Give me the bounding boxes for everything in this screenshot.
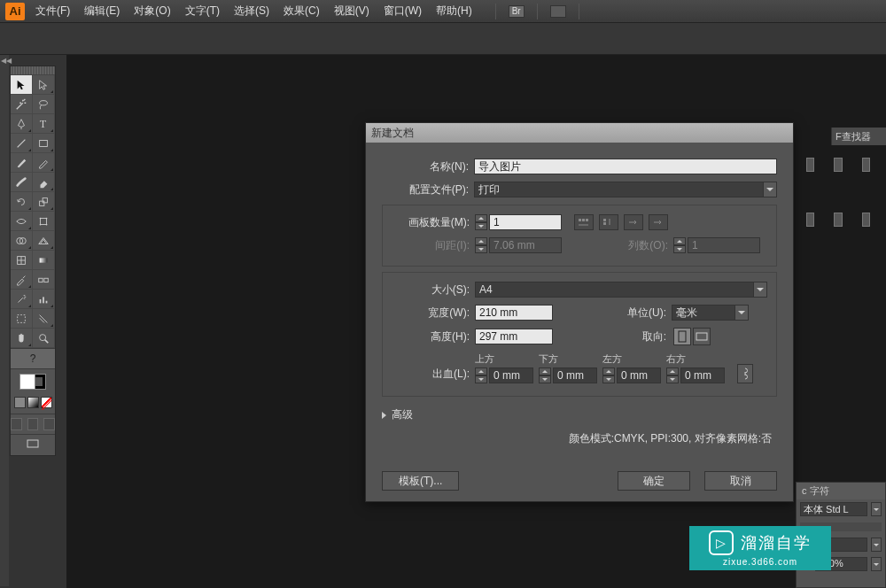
dropdown-arrow-icon[interactable]	[871, 502, 882, 516]
column-graph-tool[interactable]	[33, 290, 55, 309]
dropdown-arrow-icon[interactable]	[871, 557, 882, 571]
fill-swatch[interactable]	[19, 374, 35, 390]
color-mode-solid[interactable]	[14, 397, 26, 408]
direct-selection-tool[interactable]	[33, 75, 55, 95]
help-tool[interactable]: ?	[11, 349, 55, 368]
cancel-button[interactable]: 取消	[704, 471, 777, 491]
menu-effect[interactable]: 效果(C)	[284, 4, 320, 19]
align-left-icon[interactable]	[806, 158, 814, 172]
menu-view[interactable]: 视图(V)	[334, 4, 369, 19]
magic-wand-tool[interactable]	[11, 95, 33, 114]
blob-brush-tool[interactable]	[11, 173, 33, 192]
expand-handle-icon[interactable]: ◀◀	[1, 57, 12, 65]
arrange-right-icon[interactable]	[624, 214, 643, 230]
spacing-input	[489, 237, 562, 253]
units-select[interactable]: 毫米	[672, 305, 735, 321]
artboards-spinner[interactable]	[475, 214, 487, 230]
distribute-left-icon[interactable]	[806, 213, 814, 227]
blend-tool[interactable]	[33, 270, 55, 290]
menu-select[interactable]: 选择(S)	[234, 4, 269, 19]
color-mode-gradient[interactable]	[27, 397, 39, 408]
pen-tool[interactable]	[11, 114, 33, 134]
menu-type[interactable]: 文字(T)	[185, 4, 220, 19]
bleed-top-spinner[interactable]	[475, 368, 487, 383]
symbol-sprayer-tool[interactable]	[11, 290, 33, 309]
grid-by-column-icon[interactable]	[599, 214, 618, 230]
dropdown-arrow-icon[interactable]	[871, 538, 882, 552]
line-tool[interactable]	[11, 134, 33, 153]
finder-panel-tab[interactable]: F查找器	[831, 128, 886, 145]
advanced-toggle[interactable]: 高级	[382, 407, 777, 422]
paintbrush-tool[interactable]	[11, 153, 33, 173]
mesh-tool[interactable]	[11, 251, 33, 270]
fill-stroke-swatches[interactable]	[11, 369, 55, 394]
bleed-bottom-spinner[interactable]	[539, 368, 551, 383]
rectangle-tool[interactable]	[33, 134, 55, 153]
menu-window[interactable]: 窗口(W)	[384, 4, 422, 19]
templates-button[interactable]: 模板(T)...	[382, 471, 459, 491]
orientation-landscape-button[interactable]	[693, 328, 711, 345]
artboard-tool[interactable]	[11, 309, 33, 329]
arrange-docs-button[interactable]	[550, 5, 566, 18]
font-family-select[interactable]: 本体 Std L	[800, 502, 867, 516]
menu-object[interactable]: 对象(O)	[134, 4, 170, 19]
align-center-icon[interactable]	[834, 158, 842, 172]
svg-rect-28	[586, 219, 588, 221]
free-transform-tool[interactable]	[33, 212, 55, 231]
character-panel-title[interactable]: c 字符	[797, 483, 885, 499]
artboards-input[interactable]	[489, 214, 562, 230]
gradient-tool[interactable]	[33, 251, 55, 270]
menu-separator	[579, 4, 579, 19]
name-input[interactable]	[474, 159, 777, 174]
perspective-grid-tool[interactable]	[33, 231, 55, 251]
profile-select[interactable]: 打印	[474, 182, 764, 197]
lasso-tool[interactable]	[33, 95, 55, 114]
size-select[interactable]: A4	[475, 282, 754, 298]
rotate-tool[interactable]	[11, 192, 33, 212]
bleed-right-spinner[interactable]	[666, 368, 679, 383]
type-tool[interactable]: T	[33, 114, 55, 134]
hand-tool[interactable]	[11, 329, 33, 348]
color-mode-none[interactable]	[41, 397, 52, 408]
shape-builder-tool[interactable]	[11, 231, 33, 251]
slice-tool[interactable]	[33, 309, 55, 329]
dropdown-arrow-icon[interactable]	[734, 305, 749, 321]
align-right-icon[interactable]	[862, 158, 870, 172]
ok-button[interactable]: 确定	[618, 471, 690, 491]
scale-tool[interactable]	[33, 192, 55, 212]
columns-label: 列数(O):	[562, 238, 668, 253]
height-input[interactable]	[475, 329, 553, 344]
draw-normal-icon[interactable]	[11, 418, 22, 430]
bleed-right-input[interactable]	[680, 368, 725, 383]
arrange-down-icon[interactable]	[649, 214, 668, 230]
bleed-left-label: 左方	[602, 352, 622, 366]
eyedropper-tool[interactable]	[11, 270, 33, 290]
watermark-brand: 溜溜自学	[741, 532, 812, 553]
eraser-tool[interactable]	[33, 173, 55, 192]
bleed-bottom-input[interactable]	[553, 368, 597, 383]
distribute-center-icon[interactable]	[834, 213, 842, 227]
menu-help[interactable]: 帮助(H)	[436, 4, 472, 19]
bleed-left-spinner[interactable]	[602, 368, 615, 383]
draw-inside-icon[interactable]	[43, 418, 55, 430]
panel-grip[interactable]	[11, 66, 55, 75]
width-tool[interactable]	[11, 212, 33, 231]
bleed-top-input[interactable]	[489, 368, 533, 383]
menu-file[interactable]: 文件(F)	[35, 4, 70, 19]
link-bleed-button[interactable]	[737, 364, 753, 383]
svg-rect-32	[696, 333, 707, 340]
dropdown-arrow-icon[interactable]	[753, 282, 767, 298]
menu-edit[interactable]: 编辑(E)	[84, 4, 120, 19]
distribute-right-icon[interactable]	[862, 213, 870, 227]
selection-tool[interactable]	[11, 75, 33, 95]
bleed-left-input[interactable]	[617, 368, 661, 383]
grid-by-row-icon[interactable]	[574, 214, 594, 230]
dropdown-arrow-icon[interactable]	[763, 182, 777, 197]
bridge-button[interactable]: Br	[509, 5, 525, 18]
zoom-tool[interactable]	[33, 329, 55, 348]
screen-mode-button[interactable]	[11, 435, 55, 455]
width-input[interactable]	[475, 305, 553, 321]
draw-behind-icon[interactable]	[27, 418, 39, 430]
orientation-portrait-button[interactable]	[673, 328, 691, 345]
pencil-tool[interactable]	[33, 153, 55, 173]
